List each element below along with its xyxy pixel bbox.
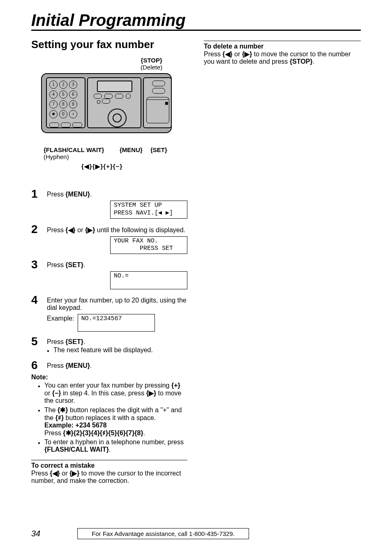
key-sequence: {✱}{2}{3}{4}{♯}{5}{6}{7}{8} — [63, 429, 143, 436]
lcd-display: NO.= — [110, 271, 187, 289]
note-item: The {✱} button replaces the digit with a… — [38, 406, 187, 437]
keypad-btn: 5 — [59, 90, 67, 99]
step2-text-a: Press — [47, 226, 65, 233]
keypad-btn: ♯ — [69, 110, 77, 118]
chapter-title: Initial Programming — [31, 12, 361, 31]
step-2: 2 Press {◀} or {▶} until the following i… — [31, 224, 187, 255]
menu-key: {MENU} — [65, 191, 90, 198]
nav-keys-callout: {◀}{▶}{+}{−} — [81, 163, 122, 170]
keypad-btn: 9 — [69, 100, 77, 108]
step5-text-b: . — [83, 338, 85, 345]
step-number: 1 — [31, 188, 47, 200]
note-item: You can enter your fax number by pressin… — [38, 382, 187, 404]
stop-key-label: {STOP} — [141, 57, 162, 64]
keypad-btn: 6 — [69, 90, 77, 99]
lcd-display: SYSTEM SET UP PRESS NAVI.[◀ ▶] — [110, 201, 187, 219]
page-number: 34 — [31, 529, 40, 538]
callout-flash: {FLASH/CALL WAIT} (Hyphen) — [44, 146, 104, 160]
step1-text-a: Press — [47, 191, 65, 198]
step3-text-b: . — [83, 261, 85, 268]
keypad-btn: 7 — [49, 100, 58, 108]
keypad-btn: ✱ — [49, 110, 58, 118]
footer-box: For Fax Advantage assistance, call 1-800… — [77, 528, 249, 539]
keypad-btn: 2 — [59, 81, 67, 89]
step2-text-b: until the following is displayed. — [95, 226, 185, 233]
lcd-display: YOUR FAX NO. PRESS SET — [110, 236, 187, 254]
right-key: {▶} — [85, 226, 95, 233]
flash-key-sub: (Hyphen) — [44, 153, 104, 160]
note-item: To enter a hyphen in a telephone number,… — [38, 439, 187, 453]
note-example-label: Example: +234 5678 — [44, 422, 107, 429]
note-list: You can enter your fax number by pressin… — [38, 382, 187, 453]
step-number: 6 — [31, 360, 47, 371]
keypad-btn: 8 — [59, 100, 67, 108]
menu-key: {MENU} — [65, 362, 90, 369]
keypad-btn: 1 — [49, 81, 58, 89]
step-number: 4 — [31, 294, 47, 306]
correct-heading: To correct a mistake — [31, 462, 187, 469]
delete-heading: To delete a number — [204, 43, 361, 50]
step5-text-a: Press — [47, 338, 65, 345]
delete-text: Press {◀} or {▶} to move the cursor to t… — [204, 50, 361, 65]
page: Initial Programming Setting your fax num… — [0, 0, 392, 554]
step5-bullet: The next feature will be displayed. — [47, 346, 187, 354]
flash-key-label: {FLASH/CALL WAIT} — [44, 146, 104, 153]
step1-text-b: . — [90, 191, 92, 198]
step-number: 3 — [31, 259, 47, 270]
step6-text-a: Press — [47, 362, 65, 369]
lcd-display: NO.=1234567 — [78, 314, 155, 332]
keypad-btn: 0 — [59, 110, 67, 118]
keypad-btn: 3 — [69, 81, 77, 89]
step6-text-b: . — [90, 362, 92, 369]
set-key: {SET} — [65, 338, 83, 345]
step-number: 2 — [31, 224, 47, 235]
keypad-grid: 1 2 3 4 5 6 7 8 9 ✱ 0 ♯ — [49, 81, 82, 127]
step4-text: Enter your fax number, up to 20 digits, … — [47, 297, 187, 311]
callout-set: {SET} — [150, 146, 167, 153]
right-column: To delete a number Press {◀} or {▶} to m… — [204, 38, 361, 485]
correct-text: Press {◀} or {▶} to move the cursor to t… — [31, 469, 187, 485]
callout-menu: {MENU} — [120, 146, 143, 153]
device-illustration: {STOP} (Delete) 1 2 3 4 5 6 7 — [31, 57, 187, 184]
step-6: 6 Press {MENU}. — [31, 360, 187, 371]
left-key: {◀} — [65, 226, 75, 233]
step-1: 1 Press {MENU}. SYSTEM SET UP PRESS NAVI… — [31, 188, 187, 219]
columns: Setting your fax number {STOP} (Delete) … — [31, 38, 361, 485]
step-number: 5 — [31, 336, 47, 347]
callout-stop: {STOP} (Delete) — [141, 57, 162, 71]
left-column: Setting your fax number {STOP} (Delete) … — [31, 38, 187, 485]
example-label: Example: — [47, 315, 74, 322]
keypad-btn: 4 — [49, 90, 58, 99]
stop-key-sub: (Delete) — [141, 64, 162, 71]
section-title: Setting your fax number — [31, 38, 187, 51]
step2-text-mid: or — [76, 226, 85, 233]
step3-text-a: Press — [47, 261, 65, 268]
step-5: 5 Press {SET}. The next feature will be … — [31, 336, 187, 355]
page-footer: 34 For Fax Advantage assistance, call 1-… — [31, 528, 361, 539]
note-heading: Note: — [31, 374, 187, 381]
step-4: 4 Enter your fax number, up to 20 digits… — [31, 294, 187, 332]
step-3: 3 Press {SET}. NO.= — [31, 259, 187, 290]
device-drawing: 1 2 3 4 5 6 7 8 9 ✱ 0 ♯ — [41, 73, 172, 139]
set-key: {SET} — [65, 261, 83, 268]
